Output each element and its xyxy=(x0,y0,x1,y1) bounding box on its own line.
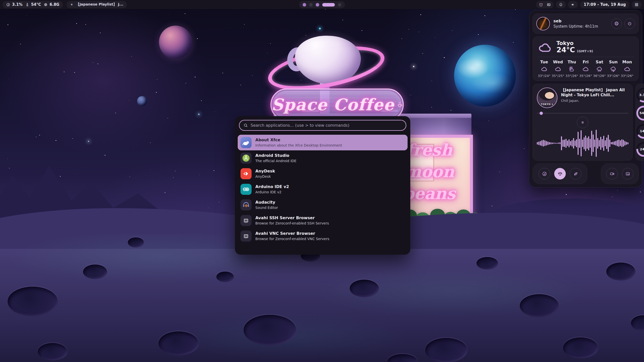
workspace-dot-active[interactable] xyxy=(322,3,335,7)
speedometer-icon xyxy=(6,3,10,7)
now-playing-pill[interactable]: 【Japanese Playlist】 J... xyxy=(66,1,127,8)
memory-stat-value: 6.8G xyxy=(50,2,59,7)
weather-timezone: (GMT+9) xyxy=(577,50,593,53)
neon-sign: Space Coffee xyxy=(270,88,404,121)
app-name: Android Studio xyxy=(255,153,296,158)
profile-balanced-button[interactable] xyxy=(554,168,566,179)
video-camera-icon xyxy=(610,171,615,176)
cat-pet-icon[interactable] xyxy=(539,3,543,7)
earth-planet xyxy=(454,45,516,107)
app-description: Arduino IDE v2 xyxy=(255,190,289,194)
app-name: Audacity xyxy=(255,200,278,205)
seek-handle[interactable] xyxy=(540,112,543,115)
disk-gauge-value: 24% xyxy=(636,141,644,157)
forecast-day-label: Wed xyxy=(553,60,563,64)
app-row-avahi-ssh[interactable]: Avahi SSH Server Browser Browse for Zero… xyxy=(238,213,408,228)
forecast-temps: 35°/25° xyxy=(552,74,564,78)
storm-cloud-icon xyxy=(610,66,617,73)
audio-visualizer xyxy=(537,129,628,158)
forecast-day-label: Thu xyxy=(568,60,576,64)
temperature-stat-value: 54°C xyxy=(31,2,41,7)
audacity-icon xyxy=(240,199,252,210)
app-launcher: About Xfce Information about the Xfce De… xyxy=(235,116,410,255)
app-row-android-studio[interactable]: Android Studio The official Android IDE xyxy=(238,150,408,166)
user-name: seb xyxy=(553,19,608,23)
bell-icon xyxy=(559,3,563,7)
wallpaper-icon[interactable] xyxy=(547,3,551,7)
neon-coffee-cup-icon xyxy=(397,99,403,110)
power-button[interactable] xyxy=(624,18,635,29)
forecast-day: Mon 33°/26° xyxy=(620,60,634,78)
cloud-icon xyxy=(541,66,548,73)
overview-button[interactable] xyxy=(632,1,641,8)
app-row-arduino[interactable]: Arduino IDE v2 Arduino IDE v2 xyxy=(238,182,408,197)
forecast-day: Sat 36°/26° xyxy=(593,60,606,78)
power-profile-selector xyxy=(533,163,587,184)
clock-pill[interactable]: 17:09 - Tue, 19 Aug xyxy=(580,1,629,8)
window-neon-line: beans xyxy=(402,183,472,204)
screenshot-icon xyxy=(625,171,630,176)
weather-card: Tokyo 24°C (GMT+9) Tue 33°/24° Wed 35°/2… xyxy=(533,36,639,81)
grid-icon xyxy=(634,3,639,7)
album-art: TOKYO L xyxy=(537,87,557,108)
memory-gauge-value: 14% xyxy=(636,123,644,139)
disk-gauge: 24% xyxy=(636,141,644,157)
app-name: About Xfce xyxy=(255,138,342,143)
anydesk-icon xyxy=(240,168,252,179)
workspace-dot-occupied[interactable] xyxy=(303,3,306,7)
cloud-icon xyxy=(554,66,561,73)
window-neon-sign: fresh moon beans xyxy=(402,139,472,204)
cpu-stat: 3.1% xyxy=(6,2,23,7)
avatar[interactable] xyxy=(536,17,550,30)
forecast-temps: 33°/26° xyxy=(566,74,578,78)
search-input[interactable] xyxy=(251,123,402,128)
memory-stat: 6.8G xyxy=(44,2,59,7)
search-icon xyxy=(243,123,248,128)
app-row-avahi-vnc[interactable]: Avahi VNC Server Browser Browse for Zero… xyxy=(238,228,408,244)
top-bar: 3.1% 54°C 6.8G 【Japanese Playlist】 J... xyxy=(0,0,644,9)
forecast-day: Wed 35°/25° xyxy=(551,60,565,78)
app-row-about-xfce[interactable]: About Xfce Information about the Xfce De… xyxy=(238,135,408,150)
user-card: seb System Uptime: 4h11m ⚙ xyxy=(533,14,639,34)
app-row-audacity[interactable]: Audacity Sound Editor xyxy=(238,197,408,213)
scales-icon xyxy=(557,171,563,176)
clock-label: 17:09 - Tue, 19 Aug xyxy=(584,2,626,7)
sun-cloud-icon xyxy=(568,66,575,73)
notifications-button[interactable] xyxy=(556,1,566,8)
now-playing-label: 【Japanese Playlist】 J... xyxy=(76,2,123,7)
track-title: 【Japanese Playlist】 Japan All Night - To… xyxy=(561,87,628,98)
app-description: The official Android IDE xyxy=(255,159,296,163)
app-name: Arduino IDE v2 xyxy=(255,184,289,189)
forecast-row: Tue 33°/24° Wed 35°/25° Thu 33°/26° Fri … xyxy=(537,60,634,78)
screenshot-button[interactable] xyxy=(622,168,633,179)
workspace-dot-empty[interactable] xyxy=(309,3,313,7)
cloud-icon xyxy=(582,66,589,73)
control-panel: seb System Uptime: 4h11m ⚙ Tokyo 24°C (G… xyxy=(529,10,642,188)
workspace-indicator[interactable] xyxy=(299,1,345,8)
leaf-icon xyxy=(573,171,578,176)
cloud-icon xyxy=(624,66,631,73)
settings-button[interactable]: ⚙ xyxy=(611,18,622,29)
profile-performance-button[interactable] xyxy=(539,168,550,179)
forecast-temps: 36°/26° xyxy=(593,74,606,78)
play-pause-button[interactable] xyxy=(577,117,588,128)
music-player-card: TOKYO L 【Japanese Playlist】 Japan All Ni… xyxy=(533,84,633,161)
network-connector-icon xyxy=(240,231,252,242)
volume-button[interactable] xyxy=(568,1,578,8)
pause-icon xyxy=(70,3,73,6)
screen-record-button[interactable] xyxy=(606,168,618,179)
weather-city: Tokyo xyxy=(556,40,593,46)
workspace-dot-occupied[interactable] xyxy=(316,3,319,7)
profile-powersave-button[interactable] xyxy=(570,168,581,179)
workspace-dot-empty[interactable] xyxy=(338,3,341,7)
capture-tools xyxy=(601,163,639,184)
xfce-mouse-icon xyxy=(240,137,252,148)
app-row-anydesk[interactable]: AnyDesk AnyDesk xyxy=(238,166,408,182)
search-bar[interactable] xyxy=(239,120,406,131)
seek-bar[interactable] xyxy=(537,112,628,115)
forecast-day: Tue 33°/24° xyxy=(537,60,551,78)
speaker-icon xyxy=(571,3,575,7)
thermometer-icon xyxy=(25,3,29,7)
arduino-icon xyxy=(240,184,252,195)
app-name: Avahi SSH Server Browser xyxy=(255,215,329,220)
